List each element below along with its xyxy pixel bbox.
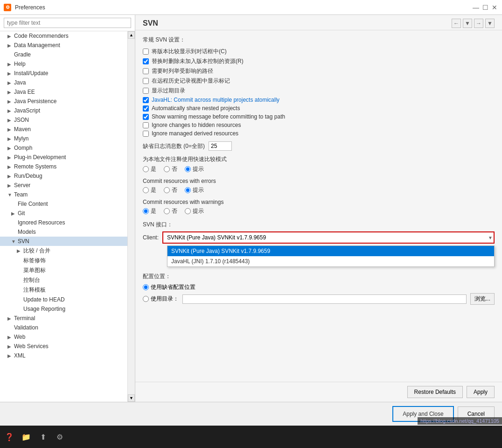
sidebar-item-gradle[interactable]: Gradle [0,50,127,59]
checkbox-list-affected-paths[interactable] [143,68,149,74]
config-default-option[interactable]: 使用缺省配置位置 [143,283,495,291]
sidebar-item-svn[interactable]: ▼SVN [0,237,127,246]
config-dir-input[interactable] [182,294,467,304]
taskbar-gear-icon[interactable]: ⚙ [52,429,67,444]
sidebar-item-install-update[interactable]: ▶Install/Update [0,69,127,78]
checkbox-ignore-hidden[interactable] [143,122,149,128]
sidebar-item-web[interactable]: ▶Web [0,332,127,342]
sidebar-item-update-to-head[interactable]: Update to HEAD [0,295,127,304]
sidebar-item-compare-merge[interactable]: ▶比较 / 合并 [0,246,127,256]
radio-commit-errors-prompt[interactable] [185,187,191,193]
scroll-down-button[interactable]: ▼ [128,394,135,402]
sidebar-item-oomph[interactable]: ▶Oomph [0,143,127,153]
tree-arrow-icon: ▶ [7,335,12,340]
taskbar-upload-icon[interactable]: ⬆ [35,429,50,444]
sidebar-item-maven[interactable]: ▶Maven [0,125,127,134]
minimize-button[interactable]: — [472,4,480,11]
radio-group-label-commit-errors: Commit resources with errors [143,178,495,184]
tree-arrow-icon: ▼ [7,192,12,197]
sidebar-item-mylyn[interactable]: ▶Mylyn [0,134,127,143]
sidebar-item-git[interactable]: ▶Git [0,209,127,218]
radio-label-local-compare-yes: 是 [151,165,156,173]
checkbox-label-auto-share-nested: Automatically share nested projects [152,105,240,112]
sidebar-item-comment-template[interactable]: 注释模板 [0,285,127,295]
nav-forward-button[interactable]: → [474,19,483,28]
sidebar-item-menu-icons[interactable]: 菜单图标 [0,266,127,275]
dropdown-item-svnkit[interactable]: SVNKit (Pure Java) SVNKit v1.7.9.9659 [167,246,494,256]
sidebar-item-file-content[interactable]: File Content [0,199,127,209]
sidebar-item-label: 比较 / 合并 [23,247,50,255]
checkbox-show-warning-tag[interactable] [143,114,149,120]
sidebar-item-java-persistence[interactable]: ▶Java Persistence [0,97,127,106]
log-messages-input[interactable] [209,141,232,151]
sidebar-item-ignored-resources[interactable]: Ignored Resources [0,218,127,227]
sidebar-item-help[interactable]: ▶Help [0,59,127,69]
titlebar: ⚙ Preferences — ☐ ✕ [0,0,502,15]
scroll-up-button[interactable]: ▲ [128,31,135,39]
radio-option-local-compare-yes: 是 [143,165,156,173]
restore-defaults-button[interactable]: Restore Defaults [407,386,463,398]
dropdown-item-javaHL[interactable]: JavaHL (JNI) 1.7.10 (r1485443) [167,256,494,266]
client-label: Client: [143,234,159,241]
radio-label-commit-errors-yes: 是 [151,186,156,194]
radio-local-compare-prompt[interactable] [185,166,191,172]
close-button[interactable]: ✕ [491,4,498,11]
sidebar-item-label: SVN [18,238,29,245]
radio-local-compare-yes[interactable] [143,166,149,172]
client-select[interactable]: SVNKit (Pure Java) SVNKit v1.7.9.9659Jav… [162,231,495,244]
search-box [0,15,135,31]
sidebar-item-label: Plug-in Development [14,154,66,161]
radio-commit-warnings-prompt[interactable] [185,208,191,214]
radio-commit-warnings-yes[interactable] [143,208,149,214]
nav-dropdown-button[interactable]: ▼ [463,19,472,28]
taskbar-folder-icon[interactable]: 📁 [19,429,34,444]
sidebar-item-java[interactable]: ▶Java [0,78,127,87]
search-input[interactable] [4,18,131,28]
maximize-button[interactable]: ☐ [481,4,489,11]
checkbox-auto-share-nested[interactable] [143,105,149,112]
checkbox-label-javaHL-commit: JavaHL: Commit across multiple projects … [152,97,279,103]
config-dir-option[interactable]: 使用目录： [143,295,179,303]
sidebar-item-run-debug[interactable]: ▶Run/Debug [0,171,127,181]
radio-local-compare-no[interactable] [164,166,170,172]
sidebar-item-plug-in-development[interactable]: ▶Plug-in Development [0,153,127,162]
sidebar-item-models[interactable]: Models [0,227,127,237]
log-messages-row: 缺省日志消息数 (0=全部) [143,141,495,151]
radio-commit-errors-no[interactable] [164,187,170,193]
checkbox-show-marks-remote[interactable] [143,78,149,84]
sidebar-item-label-decoration[interactable]: 标签修饰 [0,256,127,266]
sidebar-item-server[interactable]: ▶Server [0,181,127,190]
sidebar-item-usage-reporting[interactable]: Usage Reporting [0,304,127,314]
radio-commit-warnings-no[interactable] [164,208,170,214]
sidebar-item-data-management[interactable]: ▶Data Management [0,41,127,50]
sidebar-item-code-recommenders[interactable]: ▶Code Recommenders [0,31,127,41]
config-default-radio[interactable] [143,284,149,290]
tree-arrow-icon: ▶ [7,174,12,179]
config-dir-radio[interactable] [143,296,149,302]
sidebar-item-team[interactable]: ▼Team [0,190,127,199]
nav-forward-dropdown-button[interactable]: ▼ [485,19,495,28]
sidebar-item-remote-systems[interactable]: ▶Remote Systems [0,162,127,171]
checkbox-replace-delete[interactable] [143,58,149,64]
checkbox-javaHL-commit[interactable] [143,97,149,103]
window-controls: — ☐ ✕ [472,4,498,11]
radio-group-label-local-compare: 为本地文件注释使用快速比较模式 [143,155,495,163]
sidebar-item-xml[interactable]: ▶XML [0,351,127,360]
sidebar-item-java-ee[interactable]: ▶Java EE [0,87,127,97]
checkbox-ignore-managed-derived[interactable] [143,131,149,137]
sidebar-item-web-services[interactable]: ▶Web Services [0,342,127,351]
sidebar-item-console[interactable]: 控制台 [0,275,127,285]
taskbar: ❓ 📁 ⬆ ⚙ [0,426,502,448]
sidebar-item-validation[interactable]: Validation [0,323,127,332]
sidebar-item-javascript[interactable]: ▶JavaScript [0,106,127,115]
sidebar-item-json[interactable]: ▶JSON [0,115,127,125]
checkbox-show-compare-dialog[interactable] [143,49,149,55]
checkbox-row-show-expired-dirs: 显示过期目录 [143,87,495,95]
sidebar-item-terminal[interactable]: ▶Terminal [0,314,127,323]
nav-back-button[interactable]: ← [452,19,461,28]
taskbar-help-icon[interactable]: ❓ [2,429,17,444]
checkbox-show-expired-dirs[interactable] [143,88,149,94]
browse-button[interactable]: 浏览... [470,293,495,305]
apply-button[interactable]: Apply [467,386,495,398]
radio-commit-errors-yes[interactable] [143,187,149,193]
